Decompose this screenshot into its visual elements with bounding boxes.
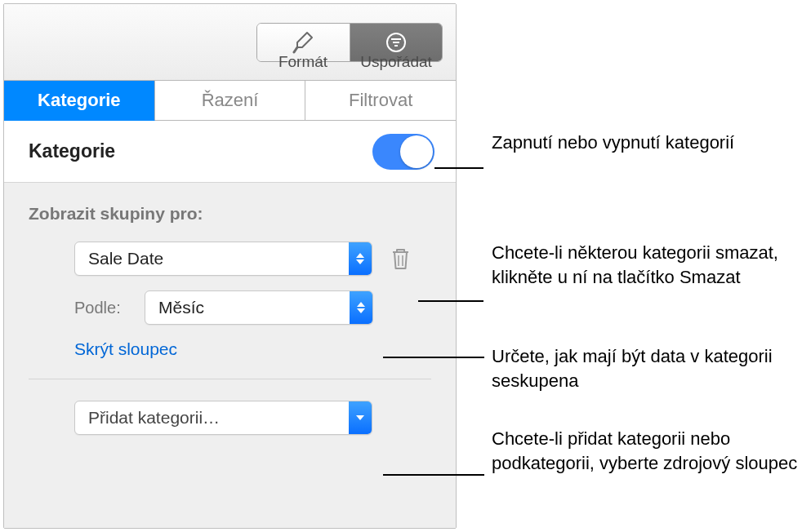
callout-add: Chcete-li přidat kategorii nebo podkateg… xyxy=(492,427,802,475)
organize-icon xyxy=(384,30,408,55)
section-title: Kategorie xyxy=(29,140,115,162)
organize-label: Uspořádat xyxy=(350,53,443,71)
groups-label: Zobrazit skupiny pro: xyxy=(29,204,431,224)
callouts: Zapnutí nebo vypnutí kategorií Chcete-li… xyxy=(457,0,800,532)
format-label: Formát xyxy=(256,53,350,71)
categories-toggle[interactable] xyxy=(372,134,434,170)
add-category-popup[interactable]: Přidat kategorii… xyxy=(74,401,372,435)
paintbrush-icon xyxy=(292,30,316,55)
window-toolbar: Formát Uspořádat xyxy=(4,4,456,81)
section-header: Kategorie xyxy=(4,121,456,183)
add-row: Přidat kategorii… xyxy=(29,401,431,435)
group-by-value: Měsíc xyxy=(145,298,204,317)
trash-icon xyxy=(390,246,411,271)
inspector-panel: Formát Uspořádat Kategorie Řazení Filtro… xyxy=(3,3,457,529)
callout-grouping: Určete, jak mají být data v kategorii se… xyxy=(492,344,802,392)
by-row: Podle: Měsíc xyxy=(29,290,431,325)
source-column-popup[interactable]: Sale Date xyxy=(74,242,372,276)
stepper-arrows-icon xyxy=(350,291,372,324)
tab-categories[interactable]: Kategorie xyxy=(4,81,155,121)
panel-body: Zobrazit skupiny pro: Sale Date Podle: xyxy=(4,183,456,528)
add-category-label: Přidat kategorii… xyxy=(75,408,220,428)
tab-bar: Kategorie Řazení Filtrovat xyxy=(4,81,456,121)
chevron-down-icon xyxy=(349,401,372,434)
toolbar-labels: Formát Uspořádat xyxy=(256,53,443,71)
hide-column-link[interactable]: Skrýt sloupec xyxy=(29,339,431,359)
tab-sort[interactable]: Řazení xyxy=(155,81,306,121)
toggle-knob xyxy=(400,135,433,168)
divider xyxy=(29,379,431,379)
group-by-popup[interactable]: Měsíc xyxy=(145,290,373,325)
delete-category-button[interactable] xyxy=(387,242,413,275)
callout-delete: Chcete-li některou kategorii smazat, kli… xyxy=(492,241,802,289)
source-column-value: Sale Date xyxy=(75,249,163,268)
callout-toggle: Zapnutí nebo vypnutí kategorií xyxy=(492,131,761,155)
field-row: Sale Date xyxy=(29,242,431,276)
stepper-arrows-icon xyxy=(349,242,372,275)
tab-filter[interactable]: Filtrovat xyxy=(305,81,456,121)
by-label: Podle: xyxy=(74,299,131,317)
